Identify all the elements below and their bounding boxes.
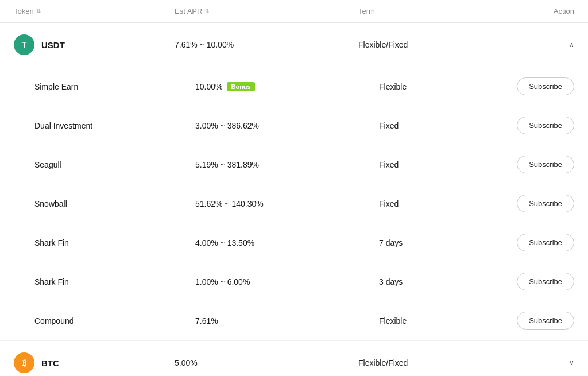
term-column-header: Term	[358, 7, 496, 15]
dual-investment-name: Dual Investment	[34, 121, 195, 130]
shark-fin-7d-apr: 4.00% ~ 13.50%	[195, 238, 379, 247]
seagull-apr: 5.19% ~ 381.89%	[195, 160, 379, 169]
compound-subscribe-button[interactable]: Subscribe	[517, 312, 574, 330]
seagull-name: Seagull	[34, 160, 195, 169]
compound-term: Flexible	[379, 316, 517, 325]
usdt-apr: 7.61% ~ 10.00%	[175, 40, 358, 49]
btc-token-name: BTC	[41, 358, 59, 368]
usdt-icon: T	[14, 34, 34, 55]
apr-column-header: Est APR ⇅	[175, 7, 358, 15]
list-item: Compound 7.61% Flexible Subscribe	[0, 301, 588, 340]
btc-apr: 5.00%	[175, 358, 358, 367]
shark-fin-3d-term: 3 days	[379, 277, 517, 286]
shark-fin-7d-term: 7 days	[379, 238, 517, 247]
shark-fin-3d-name: Shark Fin	[34, 277, 195, 286]
earn-table: Token ⇅ Est APR ⇅ Term Action T USDT 7.6…	[0, 0, 588, 376]
usdt-token-name: USDT	[41, 40, 65, 50]
shark-fin-3d-apr: 1.00% ~ 6.00%	[195, 277, 379, 286]
list-item: Dual Investment 3.00% ~ 386.62% Fixed Su…	[0, 106, 588, 145]
dual-investment-action: Subscribe	[517, 117, 574, 134]
snowball-apr: 51.62% ~ 140.30%	[195, 199, 379, 208]
list-item: Shark Fin 4.00% ~ 13.50% 7 days Subscrib…	[0, 223, 588, 262]
apr-sort-icon[interactable]: ⇅	[204, 8, 209, 14]
simple-earn-apr: 10.00% Bonus	[195, 82, 379, 91]
list-item: Seagull 5.19% ~ 381.89% Fixed Subscribe	[0, 145, 588, 184]
shark-fin-7d-action: Subscribe	[517, 234, 574, 251]
btc-term: Flexible/Fixed	[358, 358, 496, 367]
token-row-btc[interactable]: ₿ BTC 5.00% Flexible/Fixed ∨	[0, 340, 588, 376]
snowball-term: Fixed	[379, 199, 517, 208]
token-header-label: Token	[14, 7, 34, 15]
action-column-header: Action	[496, 7, 574, 15]
shark-fin-7d-name: Shark Fin	[34, 238, 195, 247]
dual-investment-term: Fixed	[379, 121, 517, 130]
snowball-name: Snowball	[34, 199, 195, 208]
token-row-usdt[interactable]: T USDT 7.61% ~ 10.00% Flexible/Fixed ∧	[0, 23, 588, 67]
shark-fin-7d-subscribe-button[interactable]: Subscribe	[517, 234, 574, 251]
usdt-sub-rows: Simple Earn 10.00% Bonus Flexible Subscr…	[0, 67, 588, 340]
usdt-token-cell: T USDT	[14, 34, 175, 55]
compound-action: Subscribe	[517, 312, 574, 330]
dual-investment-subscribe-button[interactable]: Subscribe	[517, 117, 574, 134]
seagull-action: Subscribe	[517, 156, 574, 173]
table-header: Token ⇅ Est APR ⇅ Term Action	[0, 0, 588, 23]
bonus-badge: Bonus	[227, 82, 254, 91]
list-item: Simple Earn 10.00% Bonus Flexible Subscr…	[0, 67, 588, 106]
dual-investment-apr: 3.00% ~ 386.62%	[195, 121, 379, 130]
usdt-action-cell: ∧	[496, 41, 574, 49]
simple-earn-name: Simple Earn	[34, 82, 195, 91]
simple-earn-subscribe-button[interactable]: Subscribe	[517, 77, 574, 95]
usdt-term: Flexible/Fixed	[358, 40, 496, 49]
btc-action-cell: ∨	[496, 359, 574, 367]
token-sort-icon[interactable]: ⇅	[36, 8, 41, 14]
term-header-label: Term	[358, 7, 375, 15]
action-header-label: Action	[554, 7, 574, 15]
list-item: Shark Fin 1.00% ~ 6.00% 3 days Subscribe	[0, 262, 588, 301]
token-column-header: Token ⇅	[14, 7, 175, 15]
snowball-action: Subscribe	[517, 195, 574, 212]
seagull-term: Fixed	[379, 160, 517, 169]
shark-fin-3d-subscribe-button[interactable]: Subscribe	[517, 273, 574, 290]
compound-name: Compound	[34, 316, 195, 325]
btc-chevron-icon[interactable]: ∨	[569, 359, 574, 367]
btc-token-cell: ₿ BTC	[14, 352, 175, 373]
list-item: Snowball 51.62% ~ 140.30% Fixed Subscrib…	[0, 184, 588, 223]
compound-apr: 7.61%	[195, 316, 379, 325]
seagull-subscribe-button[interactable]: Subscribe	[517, 156, 574, 173]
apr-header-label: Est APR	[175, 7, 202, 15]
btc-icon: ₿	[14, 352, 34, 373]
simple-earn-term: Flexible	[379, 82, 517, 91]
snowball-subscribe-button[interactable]: Subscribe	[517, 195, 574, 212]
usdt-chevron-icon[interactable]: ∧	[569, 41, 574, 49]
simple-earn-action: Subscribe	[517, 77, 574, 95]
shark-fin-3d-action: Subscribe	[517, 273, 574, 290]
